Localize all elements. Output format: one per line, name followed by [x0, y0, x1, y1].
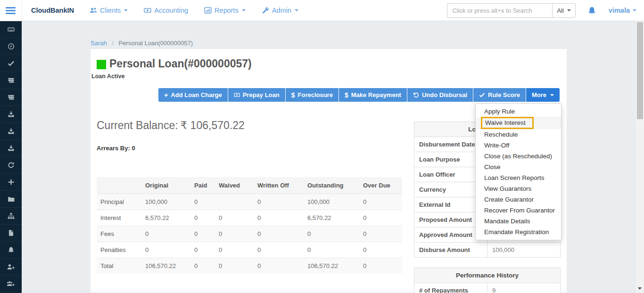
nav-item-label: Admin	[272, 7, 291, 14]
summary-row-label: Fees	[97, 226, 141, 242]
menu-item-apply-rule[interactable]: Apply Rule	[476, 106, 561, 117]
row-label: # of Repayments	[414, 283, 487, 293]
summary-cell: 6,570.22	[141, 210, 190, 226]
action-button-more[interactable]: More	[526, 88, 560, 102]
performance-history-row: # of Repayments9	[414, 283, 561, 293]
sidebar-item-download[interactable]	[0, 123, 22, 140]
summary-cell: 106,570.22	[141, 258, 190, 274]
sidebar-item-list[interactable]	[0, 89, 22, 106]
global-search: All	[447, 3, 575, 18]
chevron-down-icon	[124, 9, 128, 11]
chevron-down-icon	[567, 9, 571, 11]
sidebar-item-bell[interactable]	[0, 242, 22, 259]
summary-cell: 0	[254, 258, 304, 274]
loan-status-indicator	[97, 60, 106, 69]
row-value: 100,000	[487, 243, 561, 258]
menu-item-waive-interest[interactable]: Waive Interest	[476, 117, 561, 129]
row-value: 9	[487, 283, 561, 293]
current-balance-value: ₹ 106,570.22	[181, 119, 245, 131]
vertical-scrollbar[interactable]	[636, 21, 644, 293]
nav-item-label: Accounting	[154, 7, 188, 14]
menu-item-recover-from-guarantor[interactable]: Recover From Guarantor	[476, 205, 561, 216]
summary-cell: 0	[254, 210, 304, 226]
menu-item-close-as-rescheduled[interactable]: Close (as Rescheduled)	[476, 151, 561, 162]
notifications-bell-icon[interactable]	[587, 6, 596, 15]
sidebar-item-download[interactable]	[0, 140, 22, 157]
summary-row-label: Interest	[97, 210, 141, 226]
sidebar-item-list[interactable]	[0, 72, 22, 89]
nav-item-clients[interactable]: Clients	[90, 7, 128, 14]
search-filter-label: All	[557, 7, 563, 14]
nav-item-reports[interactable]: Reports	[204, 7, 246, 14]
summary-cell: 0	[304, 242, 359, 258]
performance-history-table: Performance History # of Repayments9	[414, 268, 561, 293]
summary-cell: 0	[190, 242, 215, 258]
summary-cell: 0	[304, 226, 359, 242]
menu-item-emandate-registration[interactable]: Emandate Registration	[476, 227, 561, 237]
sidebar-item-compass[interactable]	[0, 38, 22, 55]
breadcrumb-current: Personal Loan(000000057)	[119, 40, 193, 47]
menu-item-view-guarantors[interactable]: View Guarantors	[476, 183, 561, 194]
menu-item-close[interactable]: Close	[476, 162, 561, 172]
menu-item-create-guarantor[interactable]: Create Guarantor	[476, 194, 561, 205]
search-filter-dropdown[interactable]: All	[552, 3, 575, 18]
money-icon	[234, 92, 240, 98]
summary-cell: 0	[190, 210, 215, 226]
summary-cell: 0	[215, 210, 254, 226]
chevron-down-icon	[242, 9, 246, 11]
sidebar-item-sitemap[interactable]	[0, 208, 22, 225]
username: vimala	[609, 7, 630, 14]
dollar-icon: $	[291, 92, 295, 98]
dollar-icon: $	[345, 92, 348, 98]
summary-col-header	[97, 177, 141, 194]
plus-icon: +	[164, 92, 168, 98]
breadcrumb-client-link[interactable]: Sarah	[91, 40, 107, 47]
action-button-prepay-loan[interactable]: Prepay Loan	[228, 88, 285, 102]
nav-item-label: Reports	[215, 7, 239, 14]
action-button-make-repayment[interactable]: $Make Repayment	[339, 88, 407, 102]
sidebar-item-download[interactable]	[0, 106, 22, 123]
sidebar-item-refresh[interactable]	[0, 157, 22, 174]
summary-cell: 0	[190, 226, 215, 242]
action-button-foreclosure[interactable]: $Foreclosure	[286, 88, 339, 102]
icon-sidebar	[0, 21, 22, 293]
sidebar-item-check[interactable]	[0, 55, 22, 72]
nav-item-admin[interactable]: Admin	[262, 7, 298, 14]
nav-item-accounting[interactable]: Accounting	[144, 7, 188, 14]
current-balance: Current Balance:₹ 106,570.22	[97, 119, 245, 132]
users-icon	[90, 7, 97, 14]
action-button-rule-score[interactable]: Rule Score	[473, 88, 526, 102]
summary-row-penalties: Penalties000000	[97, 242, 402, 258]
action-button-undo-disbursal[interactable]: Undo Disbursal	[407, 88, 473, 102]
action-button-label: Rule Score	[488, 91, 520, 98]
performance-history-title: Performance History	[414, 268, 561, 283]
menu-item-mandate-details[interactable]: Mandate Details	[476, 216, 561, 227]
check-icon	[479, 92, 485, 98]
summary-cell: 0	[215, 226, 254, 242]
wrench-icon	[262, 7, 269, 14]
sidebar-item-plus[interactable]	[0, 174, 22, 191]
sidebar-item-group-add[interactable]	[0, 276, 22, 293]
menu-item-write-off[interactable]: Write-Off	[476, 140, 561, 151]
summary-row-label: Penalties	[97, 242, 141, 258]
summary-cell: 0	[254, 242, 304, 258]
summary-cell: 6,570.22	[304, 210, 359, 226]
chevron-down-icon	[295, 9, 298, 11]
action-button-label: More	[532, 91, 546, 98]
menu-item-reschedule[interactable]: Reschedule	[476, 129, 561, 140]
sidebar-item-folder[interactable]	[0, 191, 22, 208]
hamburger-menu-icon[interactable]	[0, 0, 22, 21]
money-icon	[144, 7, 151, 14]
search-input[interactable]	[447, 3, 552, 18]
sidebar-item-file[interactable]	[0, 225, 22, 242]
row-label: Disburse Amount	[414, 243, 487, 258]
action-button-add-loan-charge[interactable]: +Add Loan Charge	[158, 88, 228, 102]
chart-icon	[204, 7, 212, 14]
sidebar-item-user-add[interactable]	[0, 259, 22, 276]
menu-item-loan-screen-reports[interactable]: Loan Screen Reports	[476, 172, 561, 183]
sidebar-item-keyboard[interactable]	[0, 21, 22, 38]
scrollbar-thumb[interactable]	[637, 22, 643, 119]
brand-logo[interactable]: CloudBankIN	[22, 7, 82, 14]
user-menu[interactable]: vimala	[609, 7, 636, 14]
scroll-down-arrow-icon[interactable]	[638, 287, 642, 290]
